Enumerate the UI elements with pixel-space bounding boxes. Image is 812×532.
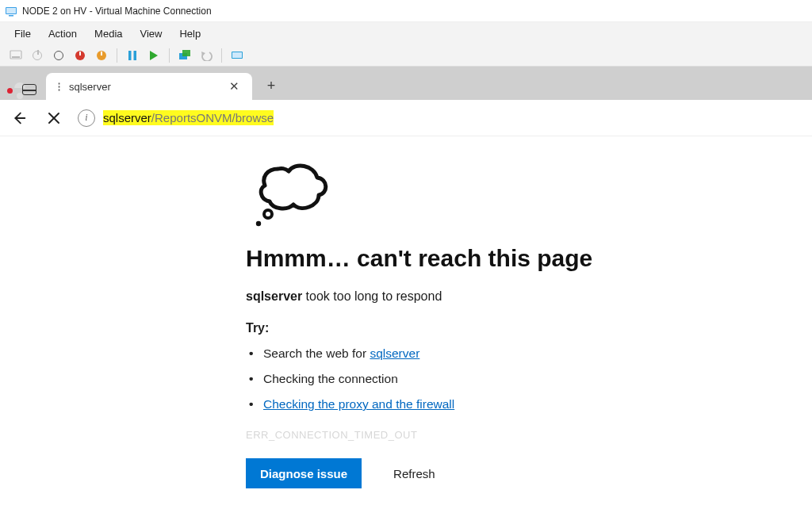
menu-action[interactable]: Action bbox=[48, 28, 77, 40]
toolbar-separator bbox=[169, 48, 170, 63]
svg-point-17 bbox=[256, 221, 261, 226]
vm-window-title: NODE 2 on HV - Virtual Machine Connectio… bbox=[22, 6, 212, 17]
vm-toolbar bbox=[0, 44, 812, 67]
vm-titlebar: NODE 2 on HV - Virtual Machine Connectio… bbox=[0, 0, 812, 22]
error-buttons: Diagnose issue Refresh bbox=[246, 458, 812, 488]
workspaces-icon[interactable] bbox=[22, 84, 36, 95]
vm-app-icon bbox=[5, 5, 17, 17]
svg-point-16 bbox=[264, 210, 272, 218]
address-bar[interactable]: i sqlserver/ReportsONVM/browse bbox=[78, 105, 277, 131]
try-item-search: Search the web for sqlserver bbox=[246, 346, 812, 361]
refresh-button[interactable]: Refresh bbox=[379, 458, 450, 488]
try-proxy-link[interactable]: Checking the proxy and the firewall bbox=[263, 397, 454, 411]
url-host: sqlserver bbox=[103, 110, 151, 125]
browser-nav-row: i sqlserver/ReportsONVM/browse bbox=[0, 100, 812, 136]
error-subtext: sqlserver took too long to respond bbox=[246, 289, 812, 304]
menu-view[interactable]: View bbox=[140, 28, 163, 40]
error-sub-after: took too long to respond bbox=[302, 289, 442, 303]
turnoff-icon[interactable] bbox=[51, 48, 67, 63]
tab-favicon-icon: ⁝ bbox=[57, 79, 61, 94]
tabstrip-left-icons bbox=[5, 84, 46, 100]
start-icon[interactable] bbox=[29, 48, 45, 63]
try-search-link[interactable]: sqlserver bbox=[370, 346, 419, 360]
diagnose-button[interactable]: Diagnose issue bbox=[246, 458, 362, 488]
menu-file[interactable]: File bbox=[14, 28, 31, 40]
browser-tabstrip: ⁝ sqlserver ✕ + bbox=[0, 67, 812, 100]
svg-rect-1 bbox=[6, 8, 16, 13]
toolbar-separator bbox=[117, 48, 117, 63]
try-search-prefix: Search the web for bbox=[263, 346, 370, 360]
try-list: Search the web for sqlserver Checking th… bbox=[246, 346, 812, 411]
error-host: sqlserver bbox=[246, 289, 302, 303]
error-page: Hmmm… can't reach this page sqlserver to… bbox=[0, 136, 812, 488]
svg-rect-9 bbox=[182, 50, 190, 56]
menu-help[interactable]: Help bbox=[179, 28, 201, 40]
url-path: /ReportsONVM/browse bbox=[151, 110, 274, 125]
thought-bubble-icon bbox=[251, 157, 812, 231]
shutdown-icon[interactable] bbox=[72, 48, 88, 63]
svg-rect-6 bbox=[134, 51, 137, 60]
menubar: File Action Media View Help bbox=[0, 22, 812, 44]
try-item-proxy: Checking the proxy and the firewall bbox=[246, 397, 812, 411]
new-tab-button[interactable]: + bbox=[259, 73, 284, 98]
svg-marker-7 bbox=[150, 51, 158, 60]
site-info-icon[interactable]: i bbox=[78, 109, 95, 127]
enhanced-session-icon[interactable] bbox=[229, 48, 245, 63]
url-text: sqlserver/ReportsONVM/browse bbox=[103, 111, 274, 124]
revert-icon[interactable] bbox=[198, 48, 214, 63]
svg-rect-5 bbox=[128, 51, 132, 60]
ctrl-alt-del-icon[interactable] bbox=[8, 48, 24, 63]
menu-media[interactable]: Media bbox=[94, 28, 122, 40]
error-code: ERR_CONNECTION_TIMED_OUT bbox=[246, 429, 812, 441]
reset-icon[interactable] bbox=[94, 48, 109, 63]
error-heading: Hmmm… can't reach this page bbox=[246, 245, 812, 272]
svg-rect-2 bbox=[9, 15, 13, 17]
back-button[interactable] bbox=[8, 107, 30, 129]
toolbar-separator bbox=[221, 48, 222, 63]
play-icon[interactable] bbox=[146, 48, 162, 63]
svg-rect-4 bbox=[12, 56, 20, 58]
svg-rect-12 bbox=[232, 52, 242, 58]
stop-button[interactable] bbox=[43, 107, 65, 129]
tab-title: sqlserver bbox=[69, 81, 218, 93]
tab-close-icon[interactable]: ✕ bbox=[226, 78, 243, 95]
try-item-connection: Checking the connection bbox=[246, 372, 812, 386]
try-label: Try: bbox=[246, 321, 812, 335]
pause-icon[interactable] bbox=[124, 48, 140, 63]
checkpoint-icon[interactable] bbox=[177, 48, 193, 63]
browser-tab[interactable]: ⁝ sqlserver ✕ bbox=[46, 73, 252, 100]
